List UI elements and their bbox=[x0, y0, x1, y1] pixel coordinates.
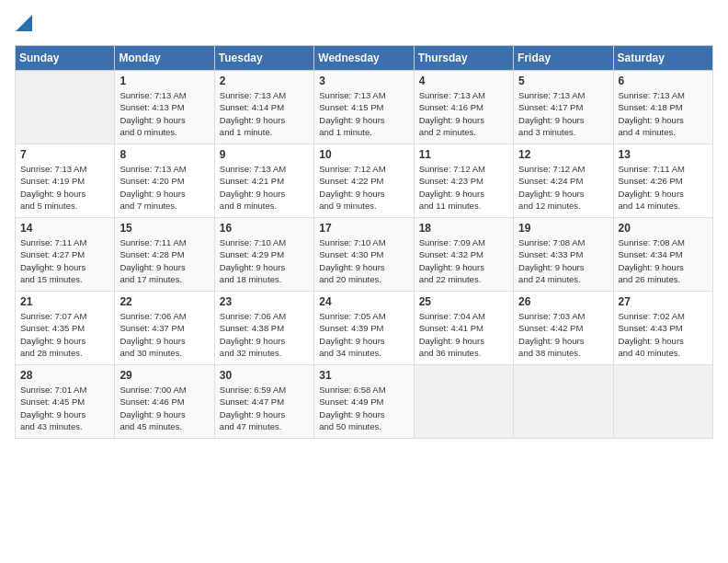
calendar-cell: 15Sunrise: 7:11 AMSunset: 4:28 PMDayligh… bbox=[115, 218, 214, 292]
calendar-cell: 16Sunrise: 7:10 AMSunset: 4:29 PMDayligh… bbox=[214, 218, 313, 292]
calendar-cell: 29Sunrise: 7:00 AMSunset: 4:46 PMDayligh… bbox=[115, 365, 214, 439]
cell-content: Sunrise: 7:11 AMSunset: 4:26 PMDaylight:… bbox=[619, 163, 708, 212]
cell-content: Sunrise: 7:08 AMSunset: 4:33 PMDaylight:… bbox=[518, 236, 608, 285]
cell-content: Sunrise: 7:08 AMSunset: 4:34 PMDaylight:… bbox=[619, 236, 708, 285]
calendar-cell: 24Sunrise: 7:05 AMSunset: 4:39 PMDayligh… bbox=[314, 292, 414, 365]
day-number: 21 bbox=[20, 295, 109, 308]
cell-content: Sunrise: 7:00 AMSunset: 4:46 PMDaylight:… bbox=[119, 384, 209, 432]
calendar-cell: 14Sunrise: 7:11 AMSunset: 4:27 PMDayligh… bbox=[16, 218, 115, 292]
calendar-header-row: SundayMondayTuesdayWednesdayThursdayFrid… bbox=[16, 46, 713, 71]
calendar-cell: 28Sunrise: 7:01 AMSunset: 4:45 PMDayligh… bbox=[16, 365, 115, 439]
day-number: 31 bbox=[319, 369, 408, 382]
cell-content: Sunrise: 7:10 AMSunset: 4:30 PMDaylight:… bbox=[319, 236, 408, 285]
cell-content: Sunrise: 7:13 AMSunset: 4:17 PMDaylight:… bbox=[518, 89, 608, 138]
cell-content: Sunrise: 7:04 AMSunset: 4:41 PMDaylight:… bbox=[419, 310, 508, 359]
calendar-cell: 13Sunrise: 7:11 AMSunset: 4:26 PMDayligh… bbox=[613, 144, 712, 218]
day-number: 14 bbox=[20, 222, 109, 235]
cell-content: Sunrise: 7:05 AMSunset: 4:39 PMDaylight:… bbox=[319, 310, 408, 359]
cell-content: Sunrise: 7:06 AMSunset: 4:38 PMDaylight:… bbox=[220, 310, 309, 359]
calendar-week-row: 21Sunrise: 7:07 AMSunset: 4:35 PMDayligh… bbox=[16, 292, 713, 365]
calendar-table: SundayMondayTuesdayWednesdayThursdayFrid… bbox=[15, 45, 713, 439]
day-number: 19 bbox=[518, 222, 608, 235]
day-number: 20 bbox=[619, 222, 708, 235]
calendar-week-row: 1Sunrise: 7:13 AMSunset: 4:13 PMDaylight… bbox=[16, 71, 713, 144]
cell-content: Sunrise: 7:13 AMSunset: 4:19 PMDaylight:… bbox=[20, 163, 109, 212]
cell-content: Sunrise: 7:06 AMSunset: 4:37 PMDaylight:… bbox=[119, 310, 209, 359]
calendar-cell: 9Sunrise: 7:13 AMSunset: 4:21 PMDaylight… bbox=[214, 144, 313, 218]
cell-content: Sunrise: 7:13 AMSunset: 4:21 PMDaylight:… bbox=[220, 163, 309, 212]
calendar-cell: 23Sunrise: 7:06 AMSunset: 4:38 PMDayligh… bbox=[214, 292, 313, 365]
calendar-cell: 17Sunrise: 7:10 AMSunset: 4:30 PMDayligh… bbox=[314, 218, 414, 292]
day-number: 13 bbox=[619, 148, 708, 161]
cell-content: Sunrise: 7:12 AMSunset: 4:24 PMDaylight:… bbox=[518, 163, 608, 212]
calendar-cell: 26Sunrise: 7:03 AMSunset: 4:42 PMDayligh… bbox=[514, 292, 613, 365]
column-header-sunday: Sunday bbox=[16, 46, 115, 71]
calendar-cell: 7Sunrise: 7:13 AMSunset: 4:19 PMDaylight… bbox=[16, 144, 115, 218]
calendar-cell bbox=[16, 71, 115, 144]
calendar-cell bbox=[514, 365, 613, 439]
day-number: 12 bbox=[518, 148, 608, 161]
calendar-cell: 6Sunrise: 7:13 AMSunset: 4:18 PMDaylight… bbox=[613, 71, 712, 144]
day-number: 2 bbox=[220, 75, 309, 87]
cell-content: Sunrise: 7:02 AMSunset: 4:43 PMDaylight:… bbox=[619, 310, 708, 359]
cell-content: Sunrise: 7:13 AMSunset: 4:15 PMDaylight:… bbox=[319, 89, 408, 138]
cell-content: Sunrise: 7:10 AMSunset: 4:29 PMDaylight:… bbox=[220, 236, 309, 285]
calendar-cell: 2Sunrise: 7:13 AMSunset: 4:14 PMDaylight… bbox=[214, 71, 313, 144]
cell-content: Sunrise: 6:59 AMSunset: 4:47 PMDaylight:… bbox=[220, 384, 309, 432]
day-number: 17 bbox=[319, 222, 408, 235]
day-number: 29 bbox=[119, 369, 209, 382]
day-number: 28 bbox=[20, 369, 109, 382]
column-header-saturday: Saturday bbox=[613, 46, 712, 71]
calendar-cell: 19Sunrise: 7:08 AMSunset: 4:33 PMDayligh… bbox=[514, 218, 613, 292]
calendar-cell: 22Sunrise: 7:06 AMSunset: 4:37 PMDayligh… bbox=[115, 292, 214, 365]
day-number: 7 bbox=[20, 148, 109, 161]
cell-content: Sunrise: 7:13 AMSunset: 4:20 PMDaylight:… bbox=[119, 163, 209, 212]
column-header-monday: Monday bbox=[115, 46, 214, 71]
calendar-cell: 8Sunrise: 7:13 AMSunset: 4:20 PMDaylight… bbox=[115, 144, 214, 218]
column-header-friday: Friday bbox=[514, 46, 613, 71]
day-number: 1 bbox=[119, 75, 209, 87]
day-number: 30 bbox=[220, 369, 309, 382]
calendar-cell bbox=[414, 365, 513, 439]
calendar-cell: 20Sunrise: 7:08 AMSunset: 4:34 PMDayligh… bbox=[613, 218, 712, 292]
day-number: 5 bbox=[518, 75, 608, 87]
calendar-cell: 5Sunrise: 7:13 AMSunset: 4:17 PMDaylight… bbox=[514, 71, 613, 144]
calendar-cell: 18Sunrise: 7:09 AMSunset: 4:32 PMDayligh… bbox=[414, 218, 513, 292]
calendar-cell: 25Sunrise: 7:04 AMSunset: 4:41 PMDayligh… bbox=[414, 292, 513, 365]
day-number: 3 bbox=[319, 75, 408, 87]
cell-content: Sunrise: 7:12 AMSunset: 4:22 PMDaylight:… bbox=[319, 163, 408, 212]
day-number: 22 bbox=[119, 295, 209, 308]
cell-content: Sunrise: 7:11 AMSunset: 4:27 PMDaylight:… bbox=[20, 236, 109, 285]
calendar-cell: 11Sunrise: 7:12 AMSunset: 4:23 PMDayligh… bbox=[414, 144, 513, 218]
day-number: 26 bbox=[518, 295, 608, 308]
calendar-week-row: 7Sunrise: 7:13 AMSunset: 4:19 PMDaylight… bbox=[16, 144, 713, 218]
day-number: 10 bbox=[319, 148, 408, 161]
cell-content: Sunrise: 7:13 AMSunset: 4:16 PMDaylight:… bbox=[419, 89, 508, 138]
day-number: 6 bbox=[619, 75, 708, 87]
column-header-tuesday: Tuesday bbox=[214, 46, 313, 71]
cell-content: Sunrise: 7:01 AMSunset: 4:45 PMDaylight:… bbox=[20, 384, 109, 432]
cell-content: Sunrise: 7:13 AMSunset: 4:14 PMDaylight:… bbox=[220, 89, 309, 138]
svg-marker-0 bbox=[16, 15, 32, 31]
cell-content: Sunrise: 7:13 AMSunset: 4:13 PMDaylight:… bbox=[119, 89, 209, 138]
calendar-cell: 12Sunrise: 7:12 AMSunset: 4:24 PMDayligh… bbox=[514, 144, 613, 218]
calendar-cell: 27Sunrise: 7:02 AMSunset: 4:43 PMDayligh… bbox=[613, 292, 712, 365]
calendar-cell: 10Sunrise: 7:12 AMSunset: 4:22 PMDayligh… bbox=[314, 144, 414, 218]
cell-content: Sunrise: 7:12 AMSunset: 4:23 PMDaylight:… bbox=[419, 163, 508, 212]
cell-content: Sunrise: 7:13 AMSunset: 4:18 PMDaylight:… bbox=[619, 89, 708, 138]
logo bbox=[15, 15, 32, 34]
cell-content: Sunrise: 7:09 AMSunset: 4:32 PMDaylight:… bbox=[419, 236, 508, 285]
day-number: 9 bbox=[220, 148, 309, 161]
calendar-cell: 31Sunrise: 6:58 AMSunset: 4:49 PMDayligh… bbox=[314, 365, 414, 439]
day-number: 4 bbox=[419, 75, 508, 87]
calendar-cell: 30Sunrise: 6:59 AMSunset: 4:47 PMDayligh… bbox=[214, 365, 313, 439]
day-number: 23 bbox=[220, 295, 309, 308]
logo-triangle-icon bbox=[16, 15, 32, 31]
cell-content: Sunrise: 6:58 AMSunset: 4:49 PMDaylight:… bbox=[319, 384, 408, 432]
calendar-cell: 4Sunrise: 7:13 AMSunset: 4:16 PMDaylight… bbox=[414, 71, 513, 144]
day-number: 27 bbox=[619, 295, 708, 308]
day-number: 16 bbox=[220, 222, 309, 235]
column-header-wednesday: Wednesday bbox=[314, 46, 414, 71]
calendar-week-row: 14Sunrise: 7:11 AMSunset: 4:27 PMDayligh… bbox=[16, 218, 713, 292]
cell-content: Sunrise: 7:07 AMSunset: 4:35 PMDaylight:… bbox=[20, 310, 109, 359]
